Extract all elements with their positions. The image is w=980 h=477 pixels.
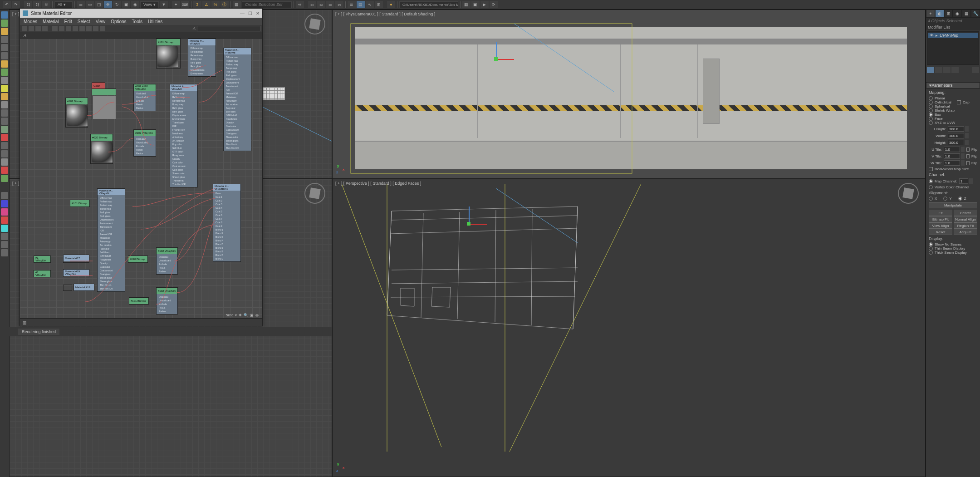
slate-menu-options[interactable]: Options (111, 19, 126, 24)
tool-compass-icon[interactable] (1, 158, 8, 166)
eye-icon[interactable]: 👁 (930, 33, 934, 38)
tool-torus-icon[interactable] (1, 118, 8, 125)
bitmap-fit-button[interactable]: Bitmap Fit (929, 216, 952, 222)
axis-radio-z[interactable] (958, 197, 962, 201)
node-bitmap-2[interactable]: #101 Bitmap (156, 39, 181, 69)
region-fit-button[interactable]: Region Fit (954, 222, 977, 229)
axis-radio-x[interactable] (929, 197, 933, 201)
bind-button[interactable]: ≋ (42, 1, 50, 8)
tool-cyl-icon[interactable] (1, 69, 8, 76)
pivot-button[interactable]: ▼ (160, 1, 168, 8)
width-input[interactable] (948, 133, 964, 138)
minimize-button[interactable]: — (240, 11, 245, 16)
map-channel-input[interactable] (959, 178, 968, 184)
slate-tool-2[interactable] (29, 26, 34, 31)
tab-motion[interactable]: ◉ (953, 10, 962, 18)
slate-zoom-down[interactable]: ▾ (235, 313, 237, 317)
tool-spline-icon[interactable] (1, 52, 8, 59)
percent-snap-button[interactable]: % (211, 1, 220, 8)
tool-box-icon[interactable] (1, 20, 8, 27)
uflip-check[interactable] (966, 148, 970, 152)
slate-menu-utilities[interactable]: Utilities (148, 19, 162, 24)
align-button[interactable]: ☷ (308, 1, 316, 8)
configure-button[interactable] (972, 67, 979, 73)
mapping-radio-planar[interactable] (929, 96, 933, 100)
height-input[interactable] (948, 140, 964, 145)
viewport-camera[interactable]: [ + ] [ PhysCamera001 ] [ Standard ] [ D… (332, 10, 926, 179)
selection-set-dropdown[interactable]: Create Selection Set (242, 1, 292, 8)
tool-text-icon[interactable] (1, 126, 8, 133)
tool-point-icon[interactable] (1, 134, 8, 141)
tab-create[interactable]: + (926, 10, 935, 18)
slate-menu-tools[interactable]: Tools (132, 19, 142, 24)
tool-sun-icon[interactable] (1, 93, 8, 100)
axis-radio-y[interactable] (943, 197, 947, 201)
tool-g-icon[interactable] (1, 249, 8, 256)
tool-grid-icon[interactable] (1, 175, 8, 182)
mapping-radio-face[interactable] (929, 117, 933, 121)
cap-check[interactable] (957, 100, 961, 104)
modifier-stack[interactable]: 👁 ▸ UVW Map (927, 31, 979, 65)
align2-button[interactable]: ☲ (317, 1, 325, 8)
slate-menu-select[interactable]: Select (78, 19, 90, 24)
pin-stack-button[interactable] (927, 67, 934, 73)
angle-snap-button[interactable]: ∠ (202, 1, 211, 8)
slate-menu-modes[interactable]: Modes (24, 19, 37, 24)
viewport-perspective-label[interactable]: [ + ] [ Perspective ] [ Standard ] [ Edg… (335, 181, 421, 186)
keymode-button[interactable]: ⌨ (181, 1, 189, 8)
tool-dummy-icon[interactable] (1, 142, 8, 149)
node-vraydirt-4[interactable]: #102 VRayDirtOccludedUnoccludedExcludeRe… (156, 287, 178, 315)
parameters-rollout-header[interactable]: ▾ Parameters (926, 82, 980, 89)
named-sel-button[interactable]: ▦ (233, 1, 241, 8)
tab-modify[interactable]: ◐ (935, 10, 944, 18)
remove-mod-button[interactable] (951, 67, 959, 73)
tool-arc-icon[interactable] (1, 167, 8, 174)
slate-tool-9[interactable] (79, 26, 85, 31)
realworld-check[interactable] (929, 167, 933, 171)
tool-camera-icon[interactable] (1, 36, 8, 43)
node-bitmap-6[interactable]: #101 Bitmap (129, 297, 149, 305)
tool-tube-icon[interactable] (1, 77, 8, 84)
map-channel-radio[interactable] (929, 179, 933, 183)
acquire-button[interactable]: Acquire (954, 229, 977, 235)
scale-button[interactable]: ▣ (122, 1, 130, 8)
slate-search-input[interactable] (197, 26, 260, 31)
placement-button[interactable]: ◉ (131, 1, 139, 8)
close-button[interactable]: ✕ (256, 11, 260, 16)
node-vrayblend[interactable]: Material #... VRayBlendBaseCoat 1Coat 2C… (213, 184, 241, 262)
node-small-1[interactable]: #1 VRayDirt (34, 256, 51, 263)
tool-light-icon[interactable] (1, 28, 8, 35)
move-button[interactable]: ✥ (104, 1, 112, 8)
render-last-button[interactable]: ⟳ (490, 1, 498, 8)
tool-c-icon[interactable] (1, 216, 8, 224)
view-align-button[interactable]: View Align (929, 222, 952, 229)
node-bitmap-big1[interactable] (92, 89, 116, 120)
fit-button[interactable]: Fit (929, 210, 952, 216)
align3-button[interactable]: ☱ (326, 1, 334, 8)
rect-select-button[interactable]: ▭ (86, 1, 94, 8)
tool-b-icon[interactable] (1, 208, 8, 216)
viewcube-left[interactable] (304, 183, 325, 204)
wtile-input[interactable] (944, 160, 960, 166)
node-vraydirt-2[interactable]: #102 VRayDirtOccludedUnoccludedExcludeRe… (133, 129, 156, 157)
node-small-5[interactable]: Material #19 (74, 284, 94, 291)
node-vraymtl-3[interactable]: Material #... VRayMtlDiffuse mapReflect … (223, 48, 251, 151)
tool-tape-icon[interactable] (1, 150, 8, 157)
spinner-snap-button[interactable]: ⓢ (220, 1, 229, 8)
project-path-field[interactable]: C:\Users\REX01\Documents\3ds Max 2022 ▾ (399, 1, 458, 8)
viewport-perspective[interactable]: [ + ] [ Perspective ] [ Standard ] [ Edg… (332, 179, 926, 477)
snap-3-button[interactable]: 3 (193, 1, 201, 8)
unlink-button[interactable]: ⛓ (33, 1, 41, 8)
reset-button[interactable]: Reset (929, 229, 952, 235)
vcolor-radio[interactable] (929, 185, 933, 189)
node-bitmap-3[interactable]: #020 Bitmap (90, 134, 113, 164)
align4-button[interactable]: ☴ (335, 1, 343, 8)
link-button[interactable]: ⛓ (24, 1, 32, 8)
node-color-2[interactable] (63, 285, 72, 291)
node-small-2[interactable]: #1 VRayDirt (34, 270, 51, 277)
layer-filter-dropdown[interactable]: All ▾ (54, 1, 73, 8)
modifier-list-label[interactable]: Modifier List (926, 24, 980, 30)
slate-menu-material[interactable]: Material (43, 19, 59, 24)
node-vraymtl-4[interactable]: Material #... VRayMtlDiffuse mapReflect … (97, 188, 125, 292)
tool-e-icon[interactable] (1, 233, 8, 240)
